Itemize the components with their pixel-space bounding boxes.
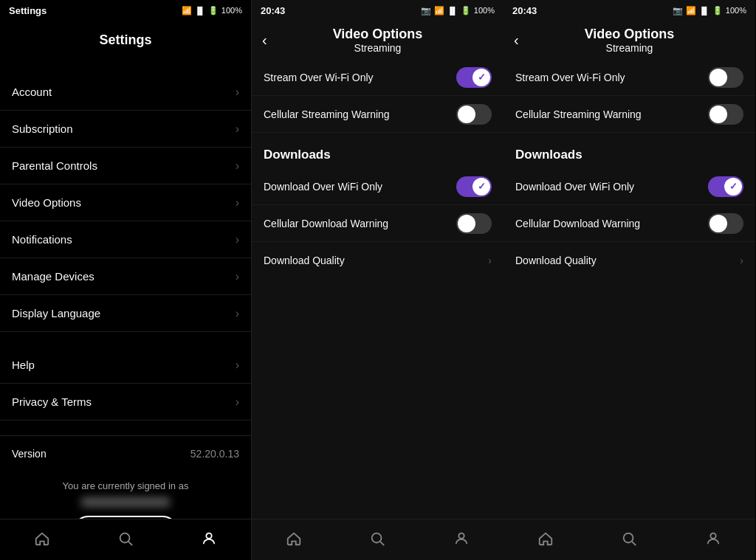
streaming-group-1: Stream Over Wi-Fi Only ✓ Cellular Stream… bbox=[252, 59, 504, 133]
settings-label-manage: Manage Devices bbox=[12, 270, 94, 283]
cellular-dl-row-2: Cellular Download Warning bbox=[504, 205, 755, 242]
cellular-stream-toggle-1[interactable] bbox=[456, 104, 492, 125]
nav-search-3[interactable] bbox=[614, 524, 644, 553]
chevron-download-quality-2: › bbox=[740, 255, 743, 266]
video-subtitle-2: Streaming bbox=[606, 42, 653, 54]
nav-search-2[interactable] bbox=[362, 524, 392, 553]
svg-line-1 bbox=[128, 542, 132, 545]
stream-wifi-label-1: Stream Over Wi-Fi Only bbox=[264, 72, 374, 83]
settings-row-video[interactable]: Video Options › bbox=[0, 184, 251, 221]
cellular-dl-toggle-2[interactable] bbox=[708, 213, 743, 234]
settings-panel: Settings 📶 ▐▌ 🔋 100% Settings Account › … bbox=[0, 0, 252, 560]
version-label: Version bbox=[12, 448, 47, 460]
download-wifi-thumb-1: ✓ bbox=[472, 178, 490, 196]
download-quality-row-1[interactable]: Download Quality › bbox=[252, 242, 504, 279]
home-icon-3 bbox=[537, 530, 554, 547]
home-icon-1 bbox=[34, 530, 50, 547]
video-header-1: ‹ Video Options Streaming bbox=[252, 21, 504, 59]
svg-point-8 bbox=[710, 533, 715, 538]
home-icon-2 bbox=[286, 530, 302, 547]
settings-row-account[interactable]: Account › bbox=[0, 74, 251, 111]
download-wifi-toggle-1[interactable]: ✓ bbox=[456, 176, 492, 197]
signal-icon-3: ▐▌ bbox=[699, 7, 709, 15]
svg-line-4 bbox=[381, 542, 385, 545]
video-content-2: Stream Over Wi-Fi Only Cellular Streamin… bbox=[504, 59, 755, 519]
settings-row-manage[interactable]: Manage Devices › bbox=[0, 258, 251, 295]
nav-profile-3[interactable] bbox=[698, 524, 728, 553]
profile-icon-1 bbox=[201, 530, 217, 547]
download-wifi-label-1: Download Over WiFi Only bbox=[264, 181, 382, 193]
camera-icon-3: 📷 bbox=[673, 6, 683, 15]
nav-search-1[interactable] bbox=[111, 524, 140, 553]
svg-point-2 bbox=[207, 533, 212, 538]
version-value: 52.20.0.13 bbox=[190, 448, 239, 460]
settings-list: Account › Subscription › Parental Contro… bbox=[0, 59, 251, 519]
nav-home-3[interactable] bbox=[531, 524, 560, 553]
settings-row-help[interactable]: Help › bbox=[0, 347, 251, 384]
battery-icon-3: 🔋 bbox=[712, 6, 723, 15]
status-time-3: 20:43 bbox=[512, 5, 537, 16]
wifi-icon-3: 📶 bbox=[686, 6, 696, 15]
settings-label-subscription: Subscription bbox=[12, 122, 73, 135]
download-quality-row-2[interactable]: Download Quality › bbox=[504, 242, 755, 279]
search-icon-1 bbox=[117, 530, 134, 547]
profile-icon-2 bbox=[453, 530, 470, 547]
cellular-stream-row-2: Cellular Streaming Warning bbox=[504, 96, 755, 133]
downloads-header-2: Downloads bbox=[504, 133, 755, 168]
chevron-notifications: › bbox=[236, 233, 239, 246]
settings-label-privacy: Privacy & Terms bbox=[12, 395, 92, 408]
settings-label-language: Display Language bbox=[12, 307, 100, 319]
battery-icon-1: 🔋 bbox=[208, 6, 219, 15]
status-time-2: 20:43 bbox=[261, 5, 285, 16]
wifi-icon-2: 📶 bbox=[434, 6, 444, 15]
download-quality-label-2: Download Quality bbox=[515, 255, 597, 266]
cellular-stream-label-2: Cellular Streaming Warning bbox=[515, 108, 642, 120]
battery-pct-2: 100% bbox=[474, 6, 495, 15]
chevron-parental: › bbox=[236, 159, 239, 173]
cellular-dl-thumb-1 bbox=[458, 215, 475, 232]
nav-profile-2[interactable] bbox=[447, 524, 476, 553]
chevron-privacy: › bbox=[236, 395, 239, 409]
download-wifi-row-2: Download Over WiFi Only ✓ bbox=[504, 168, 755, 205]
check-icon-3: ✓ bbox=[729, 181, 738, 192]
check-icon-1: ✓ bbox=[478, 72, 486, 83]
stream-wifi-toggle-2[interactable] bbox=[708, 67, 743, 88]
nav-home-2[interactable] bbox=[279, 524, 309, 553]
downloads-group-1: Download Over WiFi Only ✓ Cellular Downl… bbox=[252, 168, 504, 279]
back-button-1[interactable]: ‹ bbox=[262, 32, 267, 49]
settings-label-parental: Parental Controls bbox=[12, 159, 97, 172]
header-stack-1: Video Options Streaming bbox=[333, 27, 423, 54]
svg-point-6 bbox=[624, 533, 633, 542]
settings-row-language[interactable]: Display Language › bbox=[0, 295, 251, 332]
signal-icon-1: ▐▌ bbox=[195, 7, 205, 15]
signed-in-text: You are currently signed in as bbox=[63, 480, 189, 491]
download-wifi-thumb-2: ✓ bbox=[724, 178, 742, 196]
status-icons-1: 📶 ▐▌ 🔋 100% bbox=[182, 6, 242, 15]
profile-icon-3 bbox=[705, 530, 721, 547]
settings-row-privacy[interactable]: Privacy & Terms › bbox=[0, 384, 251, 421]
settings-row-subscription[interactable]: Subscription › bbox=[0, 111, 251, 148]
settings-row-parental[interactable]: Parental Controls › bbox=[0, 148, 251, 184]
header-stack-2: Video Options Streaming bbox=[585, 27, 675, 54]
cellular-stream-label-1: Cellular Streaming Warning bbox=[264, 108, 390, 120]
settings-label-account: Account bbox=[12, 86, 52, 98]
cellular-dl-label-1: Cellular Download Warning bbox=[264, 218, 388, 229]
download-wifi-row-1: Download Over WiFi Only ✓ bbox=[252, 168, 504, 205]
video-content-1: Stream Over Wi-Fi Only ✓ Cellular Stream… bbox=[252, 59, 504, 519]
svg-point-5 bbox=[458, 533, 464, 538]
video-header-2: ‹ Video Options Streaming bbox=[504, 21, 755, 59]
downloads-group-2: Download Over WiFi Only ✓ Cellular Downl… bbox=[504, 168, 755, 279]
back-button-2[interactable]: ‹ bbox=[514, 32, 519, 49]
stream-wifi-label-2: Stream Over Wi-Fi Only bbox=[515, 72, 625, 83]
version-row: Version 52.20.0.13 bbox=[0, 435, 251, 471]
nav-profile-1[interactable] bbox=[194, 524, 224, 553]
settings-row-notifications[interactable]: Notifications › bbox=[0, 221, 251, 258]
stream-wifi-row-1: Stream Over Wi-Fi Only ✓ bbox=[252, 59, 504, 96]
cellular-stream-toggle-2[interactable] bbox=[708, 104, 743, 125]
chevron-language: › bbox=[236, 307, 239, 320]
cellular-dl-toggle-1[interactable] bbox=[456, 213, 492, 234]
chevron-video: › bbox=[236, 196, 239, 210]
nav-home-1[interactable] bbox=[27, 524, 57, 553]
stream-wifi-toggle-1[interactable]: ✓ bbox=[456, 67, 492, 88]
download-wifi-toggle-2[interactable]: ✓ bbox=[708, 176, 743, 197]
